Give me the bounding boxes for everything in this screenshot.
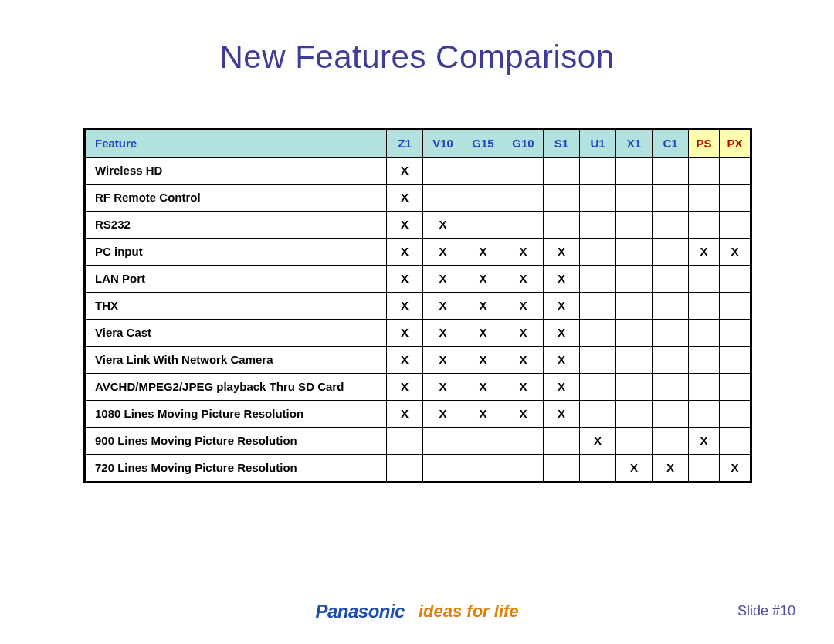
table-row: RF Remote ControlX: [86, 185, 751, 212]
table-row: THXXXXXX: [86, 293, 751, 320]
value-cell: X: [689, 428, 720, 455]
table-row: 720 Lines Moving Picture ResolutionXXX: [86, 455, 751, 482]
value-cell: [720, 158, 751, 185]
value-cell: [616, 158, 653, 185]
value-cell: [544, 185, 580, 212]
value-cell: [720, 185, 751, 212]
value-cell: [720, 266, 751, 293]
col-header-s1: S1: [544, 130, 580, 158]
col-header-g15: G15: [463, 130, 503, 158]
value-cell: [616, 239, 653, 266]
value-cell: X: [544, 320, 580, 347]
value-cell: X: [544, 266, 580, 293]
value-cell: [653, 401, 689, 428]
feature-name-cell: Viera Cast: [86, 320, 387, 347]
value-cell: [580, 293, 616, 320]
value-cell: [423, 158, 463, 185]
comparison-table-wrap: FeatureZ1V10G15G10S1U1X1C1PSPX Wireless …: [85, 130, 749, 482]
col-header-ps: PS: [689, 130, 720, 158]
value-cell: X: [463, 320, 503, 347]
value-cell: X: [463, 266, 503, 293]
value-cell: [544, 212, 580, 239]
value-cell: [544, 455, 580, 482]
feature-name-cell: RS232: [86, 212, 387, 239]
col-header-px: PX: [720, 130, 751, 158]
value-cell: [616, 266, 653, 293]
value-cell: [387, 428, 423, 455]
col-header-c1: C1: [653, 130, 689, 158]
value-cell: X: [387, 401, 423, 428]
value-cell: [720, 320, 751, 347]
feature-name-cell: Viera Link With Network Camera: [86, 347, 387, 374]
value-cell: X: [689, 239, 720, 266]
value-cell: [503, 212, 544, 239]
feature-name-cell: PC input: [86, 239, 387, 266]
value-cell: [423, 455, 463, 482]
value-cell: [580, 266, 616, 293]
value-cell: X: [463, 401, 503, 428]
col-header-x1: X1: [616, 130, 653, 158]
col-header-feature: Feature: [86, 130, 387, 158]
table-row: 1080 Lines Moving Picture ResolutionXXXX…: [86, 401, 751, 428]
table-row: RS232XX: [86, 212, 751, 239]
value-cell: [580, 374, 616, 401]
value-cell: [580, 347, 616, 374]
brand-logo-text: Panasonic: [315, 601, 405, 622]
value-cell: [580, 212, 616, 239]
feature-name-cell: 900 Lines Moving Picture Resolution: [86, 428, 387, 455]
value-cell: [580, 185, 616, 212]
value-cell: [503, 158, 544, 185]
value-cell: X: [503, 401, 544, 428]
value-cell: [580, 320, 616, 347]
value-cell: [616, 185, 653, 212]
value-cell: X: [387, 239, 423, 266]
page-title: New Features Comparison: [0, 39, 834, 76]
feature-name-cell: THX: [86, 293, 387, 320]
value-cell: [720, 374, 751, 401]
col-header-g10: G10: [503, 130, 544, 158]
table-row: Viera Link With Network CameraXXXXX: [86, 347, 751, 374]
value-cell: [503, 185, 544, 212]
value-cell: [616, 347, 653, 374]
value-cell: [463, 428, 503, 455]
value-cell: [720, 347, 751, 374]
value-cell: [689, 320, 720, 347]
col-header-v10: V10: [423, 130, 463, 158]
value-cell: X: [423, 212, 463, 239]
feature-name-cell: Wireless HD: [86, 158, 387, 185]
value-cell: X: [580, 428, 616, 455]
value-cell: X: [387, 293, 423, 320]
value-cell: [689, 455, 720, 482]
value-cell: [720, 293, 751, 320]
table-row: PC inputXXXXXXX: [86, 239, 751, 266]
value-cell: [616, 212, 653, 239]
value-cell: [387, 455, 423, 482]
value-cell: [653, 158, 689, 185]
table-row: Viera CastXXXXX: [86, 320, 751, 347]
value-cell: X: [423, 347, 463, 374]
value-cell: [580, 455, 616, 482]
table-row: Wireless HDX: [86, 158, 751, 185]
value-cell: X: [423, 374, 463, 401]
value-cell: [689, 266, 720, 293]
value-cell: [689, 185, 720, 212]
value-cell: X: [503, 374, 544, 401]
value-cell: [653, 212, 689, 239]
value-cell: X: [653, 455, 689, 482]
value-cell: X: [423, 401, 463, 428]
footer: Panasonic ideas for life: [0, 601, 834, 622]
value-cell: X: [503, 239, 544, 266]
value-cell: [544, 158, 580, 185]
value-cell: [580, 401, 616, 428]
table-body: Wireless HDXRF Remote ControlXRS232XXPC …: [86, 158, 751, 482]
value-cell: [580, 239, 616, 266]
value-cell: X: [423, 320, 463, 347]
value-cell: X: [544, 293, 580, 320]
value-cell: [423, 428, 463, 455]
value-cell: X: [423, 293, 463, 320]
value-cell: X: [544, 401, 580, 428]
value-cell: [689, 347, 720, 374]
table-row: 900 Lines Moving Picture ResolutionXX: [86, 428, 751, 455]
value-cell: X: [387, 374, 423, 401]
value-cell: [653, 185, 689, 212]
